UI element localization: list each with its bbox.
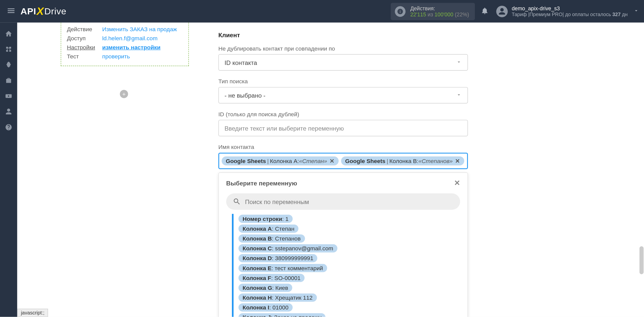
chevron-down-icon	[633, 8, 639, 15]
sidebar	[0, 23, 17, 317]
variable-item[interactable]: Колонка C: sstepanov@gmail.com	[226, 244, 460, 253]
section-title: Клиент	[218, 32, 468, 39]
notifications-icon[interactable]	[480, 6, 489, 16]
contact-name-input[interactable]: Google Sheets|Колонка A: «Степан»✕ Googl…	[218, 153, 468, 169]
variable-item[interactable]: Колонка A: Степан	[226, 224, 460, 233]
logo-x: X	[37, 5, 44, 18]
actions-counter[interactable]: Действия: 22'115 из 100'000 (22%)	[391, 3, 475, 20]
field-label: ID (только для поиска дублей)	[218, 111, 468, 117]
info-icon	[395, 6, 405, 17]
logo-text2: Drive	[44, 6, 66, 17]
summary-row: Доступld.helen.f@gmail.com	[67, 34, 183, 43]
remove-chip-icon[interactable]: ✕	[330, 158, 335, 164]
header: APIXDrive Действия: 22'115 из 100'000 (2…	[0, 0, 644, 23]
logo-text: API	[21, 6, 36, 17]
main-content: ДействиеИзменить ЗАКАЗ на продаж Доступl…	[17, 23, 644, 317]
logo[interactable]: APIXDrive	[21, 5, 67, 18]
form: Клиент Не дублировать контакт при совпад…	[218, 32, 468, 169]
profile-icon[interactable]	[0, 104, 17, 120]
select-value: ID контакта	[224, 59, 257, 66]
dedup-select[interactable]: ID контакта	[218, 54, 468, 70]
variable-item[interactable]: Колонка F: SO-00001	[226, 273, 460, 283]
scrollbar[interactable]	[639, 246, 643, 274]
summary-row: Настройкиизменить настройки	[67, 43, 183, 52]
variable-chip: Google Sheets|Колонка B: «Степанов»✕	[341, 156, 464, 166]
connection-summary-box: ДействиеИзменить ЗАКАЗ на продаж Доступl…	[61, 23, 189, 66]
summary-row: ДействиеИзменить ЗАКАЗ на продаж	[67, 25, 183, 34]
actions-label: Действия:	[410, 5, 469, 11]
user-name: demo_apix-drive_s3	[512, 5, 627, 11]
variable-item[interactable]: Номер строки: 1	[226, 214, 460, 224]
variable-item[interactable]: Колонка J: Заказ на продажу	[226, 312, 460, 317]
variable-chip: Google Sheets|Колонка A: «Степан»✕	[222, 156, 339, 166]
variable-item[interactable]: Колонка I: 01000	[226, 302, 460, 312]
avatar-icon	[496, 6, 508, 17]
home-icon[interactable]	[0, 26, 17, 42]
variable-list: Номер строки: 1Колонка A: СтепанКолонка …	[219, 214, 468, 317]
variable-search-input[interactable]	[245, 198, 454, 205]
variable-item[interactable]: Колонка B: Степанов	[226, 233, 460, 243]
chevron-down-icon	[456, 92, 462, 99]
connections-icon[interactable]	[0, 42, 17, 57]
id-input[interactable]: Введите текст или выберите переменную	[218, 120, 468, 136]
billing-icon[interactable]	[0, 57, 17, 73]
variable-picker-popup: Выберите переменную ✕ Номер строки: 1Кол…	[218, 172, 468, 317]
field-label: Не дублировать контакт при совпадении по	[218, 45, 468, 52]
variable-item[interactable]: Колонка H: Хрещатик 112	[226, 293, 460, 302]
field-label: Имя контакта	[218, 144, 468, 150]
briefcase-icon[interactable]	[0, 73, 17, 88]
remove-chip-icon[interactable]: ✕	[455, 158, 460, 164]
help-icon[interactable]	[0, 120, 17, 135]
select-value: - не выбрано -	[224, 92, 265, 99]
status-bar: javascript:;	[17, 309, 48, 317]
variable-item[interactable]: Колонка D: 380999999991	[226, 253, 460, 263]
search-icon	[233, 197, 241, 206]
user-menu[interactable]: demo_apix-drive_s3 Тариф |Премиум PRO| д…	[496, 5, 639, 17]
youtube-icon[interactable]	[0, 88, 17, 104]
search-type-select[interactable]: - не выбрано -	[218, 87, 468, 103]
variable-item[interactable]: Колонка E: тест комментарий	[226, 263, 460, 273]
menu-button[interactable]	[5, 5, 17, 18]
add-step-button[interactable]: +	[120, 90, 128, 98]
user-tariff: Тариф |Премиум PRO| до оплаты осталось 3…	[512, 12, 627, 17]
variable-search[interactable]	[226, 193, 460, 210]
actions-value: 22'115 из 100'000 (22%)	[410, 11, 469, 17]
popup-title: Выберите переменную	[226, 180, 297, 187]
summary-row: Тестпроверить	[67, 52, 183, 61]
variable-item[interactable]: Колонка G: Киев	[226, 283, 460, 293]
chevron-down-icon	[456, 59, 462, 66]
close-icon[interactable]: ✕	[454, 179, 460, 188]
field-label: Тип поиска	[218, 78, 468, 85]
